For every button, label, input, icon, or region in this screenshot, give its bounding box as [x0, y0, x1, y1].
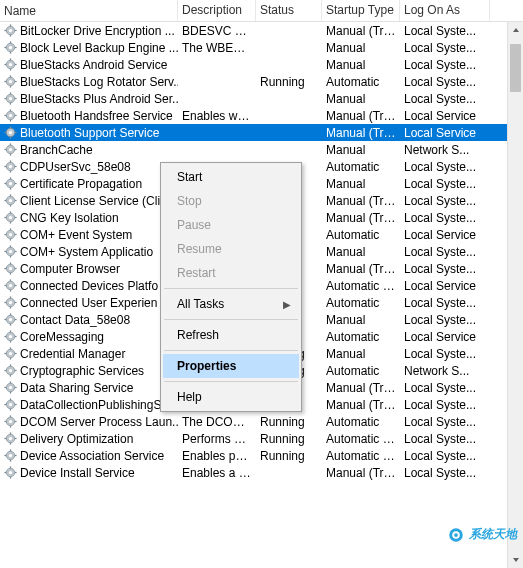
- service-gear-icon: [4, 126, 17, 139]
- service-name-text: DCOM Server Process Laun...: [20, 415, 178, 429]
- service-name-text: Connected Devices Platfo: [20, 279, 158, 293]
- header-status[interactable]: Status: [256, 0, 322, 21]
- table-row[interactable]: BranchCacheManualNetwork S...: [0, 141, 523, 158]
- service-name-text: DataCollectionPublishingSe...: [20, 398, 178, 412]
- cell-startup-type: Manual: [322, 142, 400, 158]
- svg-rect-142: [15, 421, 17, 422]
- svg-rect-63: [4, 200, 6, 201]
- service-gear-icon: [4, 41, 17, 54]
- table-row[interactable]: Device Install ServiceEnables a c...Manu…: [0, 464, 523, 481]
- svg-rect-130: [15, 387, 17, 388]
- svg-rect-14: [10, 69, 11, 71]
- svg-point-107: [9, 318, 12, 321]
- cell-log-on-as: Local Syste...: [400, 465, 490, 481]
- cell-startup-type: Automatic (D...: [322, 431, 400, 447]
- svg-rect-16: [15, 64, 17, 65]
- cell-status: Running: [256, 431, 322, 447]
- svg-rect-82: [15, 251, 17, 252]
- cell-name: Client License Service (Cli: [0, 193, 178, 209]
- svg-rect-93: [4, 285, 6, 286]
- svg-rect-67: [10, 211, 11, 213]
- submenu-arrow-icon: ▶: [283, 299, 291, 310]
- header-description[interactable]: Description: [178, 0, 256, 21]
- svg-rect-61: [10, 194, 11, 196]
- table-row[interactable]: BitLocker Drive Encryption ...BDESVC hos…: [0, 22, 523, 39]
- cell-description: BDESVC hos...: [178, 23, 256, 39]
- cell-log-on-as: Network S...: [400, 363, 490, 379]
- table-row[interactable]: BlueStacks Plus Android Ser...ManualLoca…: [0, 90, 523, 107]
- header-startup-type[interactable]: Startup Type: [322, 0, 400, 21]
- svg-rect-124: [15, 370, 17, 371]
- table-row[interactable]: Bluetooth Support ServiceManual (Trig...…: [0, 124, 523, 141]
- menu-help[interactable]: Help: [163, 385, 299, 409]
- cell-name: BitLocker Drive Encryption ...: [0, 23, 178, 39]
- cell-startup-type: Automatic: [322, 329, 400, 345]
- cell-name: DataCollectionPublishingSe...: [0, 397, 178, 413]
- header-log-on-as[interactable]: Log On As: [400, 0, 490, 21]
- svg-rect-52: [15, 166, 17, 167]
- cell-startup-type: Manual: [322, 244, 400, 260]
- svg-point-11: [9, 46, 12, 49]
- service-gear-icon: [4, 143, 17, 156]
- table-row[interactable]: BlueStacks Log Rotator Serv...RunningAut…: [0, 73, 523, 90]
- service-name-text: Computer Browser: [20, 262, 120, 276]
- svg-rect-19: [10, 75, 11, 77]
- svg-point-149: [9, 437, 12, 440]
- menu-pause: Pause: [163, 213, 299, 237]
- cell-startup-type: Manual: [322, 57, 400, 73]
- table-row[interactable]: BlueStacks Android ServiceManualLocal Sy…: [0, 56, 523, 73]
- svg-point-77: [9, 233, 12, 236]
- cell-name: Block Level Backup Engine ...: [0, 40, 178, 56]
- svg-rect-112: [15, 336, 17, 337]
- cell-name: Connected User Experien: [0, 295, 178, 311]
- menu-resume: Resume: [163, 237, 299, 261]
- table-row[interactable]: DCOM Server Process Laun...The DCOM...Ru…: [0, 413, 523, 430]
- svg-rect-148: [15, 438, 17, 439]
- cell-log-on-as: Local Syste...: [400, 91, 490, 107]
- table-row[interactable]: Delivery OptimizationPerforms co...Runni…: [0, 430, 523, 447]
- cell-name: BranchCache: [0, 142, 178, 158]
- service-name-text: Certificate Propagation: [20, 177, 142, 191]
- cell-log-on-as: Local Syste...: [400, 431, 490, 447]
- cell-log-on-as: Local Service: [400, 227, 490, 243]
- svg-rect-98: [10, 307, 11, 309]
- menu-start[interactable]: Start: [163, 165, 299, 189]
- svg-rect-88: [15, 268, 17, 269]
- svg-rect-43: [10, 143, 11, 145]
- svg-rect-68: [10, 222, 11, 224]
- svg-rect-13: [10, 58, 11, 60]
- cell-name: Bluetooth Support Service: [0, 125, 178, 141]
- cell-name: Contact Data_58e08: [0, 312, 178, 328]
- vertical-scrollbar[interactable]: [507, 22, 523, 568]
- service-gear-icon: [4, 296, 17, 309]
- svg-rect-122: [10, 375, 11, 377]
- cell-startup-type: Automatic: [322, 227, 400, 243]
- svg-point-59: [9, 182, 12, 185]
- svg-rect-25: [10, 92, 11, 94]
- svg-rect-97: [10, 296, 11, 298]
- scroll-down-arrow-icon[interactable]: [508, 552, 523, 568]
- svg-rect-32: [10, 120, 11, 122]
- cell-startup-type: Manual (Trig...: [322, 193, 400, 209]
- svg-point-137: [9, 403, 12, 406]
- menu-properties[interactable]: Properties: [163, 354, 299, 378]
- svg-rect-4: [15, 30, 17, 31]
- service-gear-icon: [4, 415, 17, 428]
- service-gear-icon: [4, 24, 17, 37]
- svg-rect-64: [15, 200, 17, 201]
- svg-point-41: [9, 131, 12, 134]
- table-row[interactable]: Bluetooth Handsfree ServiceEnables wir..…: [0, 107, 523, 124]
- scroll-up-arrow-icon[interactable]: [508, 22, 523, 38]
- svg-point-89: [9, 267, 12, 270]
- cell-status: Running: [256, 448, 322, 464]
- menu-all-tasks[interactable]: All Tasks ▶: [163, 292, 299, 316]
- svg-rect-123: [4, 370, 6, 371]
- table-row[interactable]: Device Association ServiceEnables pair..…: [0, 447, 523, 464]
- service-gear-icon: [4, 262, 17, 275]
- scrollbar-thumb[interactable]: [510, 44, 521, 92]
- header-name[interactable]: Name: [0, 0, 178, 21]
- table-row[interactable]: Block Level Backup Engine ...The WBENG..…: [0, 39, 523, 56]
- svg-point-5: [9, 29, 12, 32]
- menu-refresh[interactable]: Refresh: [163, 323, 299, 347]
- cell-name: COM+ Event System: [0, 227, 178, 243]
